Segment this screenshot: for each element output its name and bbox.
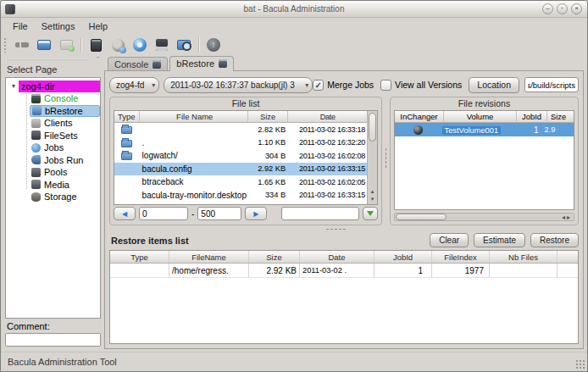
- restore-items-title: Restore items list: [111, 236, 189, 246]
- filesets-icon: [31, 130, 41, 140]
- revision-row-selected[interactable]: TestVolume001 1 2.9: [395, 123, 574, 136]
- sidebar-item-console[interactable]: Console: [6, 92, 100, 105]
- sidebar-item-filesets[interactable]: FileSets: [6, 130, 100, 142]
- sidebar-item-brestore[interactable]: bRestore: [6, 105, 100, 118]
- run-job-icon[interactable]: [131, 36, 148, 53]
- sidebar-item-jobs[interactable]: Jobs: [6, 142, 100, 154]
- tab-console[interactable]: Console: [108, 57, 168, 71]
- sidebar-item-jobs-run[interactable]: Jobs Run: [6, 154, 100, 167]
- dock-collapse-icon[interactable]: ˆ: [97, 55, 99, 63]
- comment-input[interactable]: [5, 333, 101, 347]
- sidebar-item-clients[interactable]: Clients: [6, 117, 100, 130]
- location-button[interactable]: Location: [469, 77, 519, 93]
- scroll-down-icon[interactable]: ▾: [371, 196, 374, 203]
- sidebar-item-storage[interactable]: Storage: [6, 191, 100, 203]
- label-icon[interactable]: [87, 36, 104, 53]
- job-combo[interactable]: 2011-03-02 16:37:37 backup(jl) 3 ▾: [164, 77, 313, 93]
- view-all-versions-checkbox[interactable]: View all Versions: [380, 80, 462, 91]
- file-row[interactable]: logwatch/ 304 B 2011-03-02 16:02:08: [114, 149, 367, 163]
- backup-icon[interactable]: [153, 36, 170, 53]
- estimate-button[interactable]: Estimate: [474, 233, 525, 247]
- menu-file[interactable]: File: [6, 19, 35, 33]
- checkbox-checked-icon[interactable]: ✓: [313, 80, 324, 91]
- inchanger-icon: [413, 125, 423, 135]
- next-page-button[interactable]: ▶: [245, 207, 267, 220]
- restore-items-header: Restore items list Clear Estimate Restor…: [111, 232, 579, 248]
- filter-input[interactable]: [281, 207, 359, 220]
- horizontal-splitter[interactable]: [109, 225, 579, 232]
- comment-label: Comment:: [3, 319, 103, 333]
- app-window: bat - Bacula Administration – ▫ × File S…: [0, 0, 588, 372]
- director-label[interactable]: zog4-dir: [19, 81, 100, 92]
- titlebar: bat - Bacula Administration – ▫ ×: [1, 1, 587, 18]
- vertical-splitter[interactable]: [382, 97, 390, 225]
- expander-icon[interactable]: ▾: [8, 82, 19, 90]
- file-row-selected[interactable]: bacula.config 2.92 KB 2011-03-02 16:33:1…: [114, 163, 367, 176]
- sidebar-item-media[interactable]: Media: [6, 179, 100, 192]
- limit-input[interactable]: [197, 207, 241, 220]
- tab-page-icon[interactable]: [219, 59, 227, 68]
- jobid-cell: 1: [512, 125, 541, 135]
- chevron-down-icon: ▾: [152, 81, 155, 89]
- controls-row: zog4-fd ▾ 2011-03-02 16:37:37 backup(jl)…: [109, 76, 579, 93]
- console-toolbar-icon[interactable]: [36, 36, 53, 53]
- media-icon: [31, 180, 41, 189]
- client-combo[interactable]: zog4-fd ▾: [109, 77, 159, 93]
- brestore-page: zog4-fd ▾ 2011-03-02 16:37:37 backup(jl)…: [104, 70, 584, 349]
- scrollbar-thumb[interactable]: [369, 113, 376, 142]
- checkbox-unchecked-icon[interactable]: [380, 80, 391, 91]
- file-table-vscrollbar[interactable]: ▴ ▾: [367, 111, 377, 204]
- jobs-icon: [31, 143, 41, 153]
- scroll-up-icon[interactable]: ▴: [371, 188, 374, 195]
- folder-icon: [121, 153, 132, 160]
- menubar: File Settings Help: [1, 18, 587, 34]
- restore-items-table: Type FileName Size Date JobId FileIndex …: [109, 250, 579, 344]
- tab-brestore[interactable]: bRestore: [169, 56, 234, 71]
- brestore-icon: [32, 106, 42, 115]
- toolbar-separator: [80, 37, 81, 53]
- location-input[interactable]: [524, 77, 579, 92]
- revisions-hscrollbar[interactable]: ◂▸: [394, 213, 574, 221]
- storage-icon: [31, 192, 41, 202]
- range-dash: -: [191, 209, 194, 219]
- dock-handle[interactable]: ˆ: [5, 55, 101, 63]
- print-icon[interactable]: [58, 36, 75, 53]
- apply-filter-button[interactable]: [363, 207, 378, 220]
- pools-icon: [31, 168, 41, 177]
- restore-item-row[interactable]: /home/regress. 2.92 KB 2011-03-02 . 1 19…: [110, 264, 578, 278]
- restore-upload-icon[interactable]: ↑: [205, 36, 222, 53]
- offset-input[interactable]: [139, 207, 188, 220]
- merge-jobs-checkbox[interactable]: ✓ Merge Jobs: [313, 80, 374, 91]
- scrollbar-thumb[interactable]: [396, 214, 447, 220]
- browse-icon[interactable]: [175, 36, 192, 53]
- resize-grip[interactable]: [575, 359, 585, 369]
- jobs-run-icon: [31, 155, 41, 164]
- file-row[interactable]: btraceback 1.65 KB 2011-03-02 16:02:05: [114, 175, 367, 189]
- tree-root-director[interactable]: ▾ zog4-dir: [6, 80, 100, 92]
- groups-row: File list Type File Name Size Date: [109, 97, 579, 225]
- statusbar: Bacula Administration Tool: [1, 352, 587, 371]
- menu-help[interactable]: Help: [81, 19, 114, 33]
- file-table: Type File Name Size Date 2.82 KB 2011-03…: [114, 110, 378, 205]
- main-pane: Console bRestore zog4-fd ▾ 2011-03-02 16…: [104, 55, 584, 349]
- sidebar-item-pools[interactable]: Pools: [6, 166, 100, 179]
- pager-row: ◀ - ▶: [114, 206, 378, 221]
- file-row[interactable]: . 1.10 KB 2011-03-02 16:32:20: [114, 136, 367, 150]
- estimate-icon[interactable]: [109, 36, 126, 53]
- tab-page-icon[interactable]: [153, 60, 161, 69]
- file-list-title: File list: [110, 98, 381, 108]
- file-row[interactable]: bacula-tray-monitor.desktop 334 B 2011-0…: [114, 189, 367, 203]
- prev-page-button[interactable]: ◀: [114, 207, 136, 220]
- page-selector-dock: ˆ Select Page ▾ zog4-dir Console bRestor…: [3, 55, 103, 349]
- file-revisions-group: File revisions InChanger Volume JobId Si…: [390, 97, 579, 225]
- connect-icon[interactable]: [14, 36, 31, 53]
- window-title: bat - Bacula Administration: [1, 4, 587, 14]
- restore-button[interactable]: Restore: [530, 233, 579, 247]
- file-row[interactable]: 2.82 KB 2011-03-02 16:33:18: [114, 123, 367, 136]
- menu-settings[interactable]: Settings: [35, 19, 82, 33]
- tree-guide-line: [26, 93, 27, 189]
- clear-button[interactable]: Clear: [430, 233, 469, 247]
- console-icon: [31, 94, 41, 103]
- scroll-right-icon[interactable]: ▸: [567, 214, 572, 221]
- toolbar-handle[interactable]: [3, 37, 7, 53]
